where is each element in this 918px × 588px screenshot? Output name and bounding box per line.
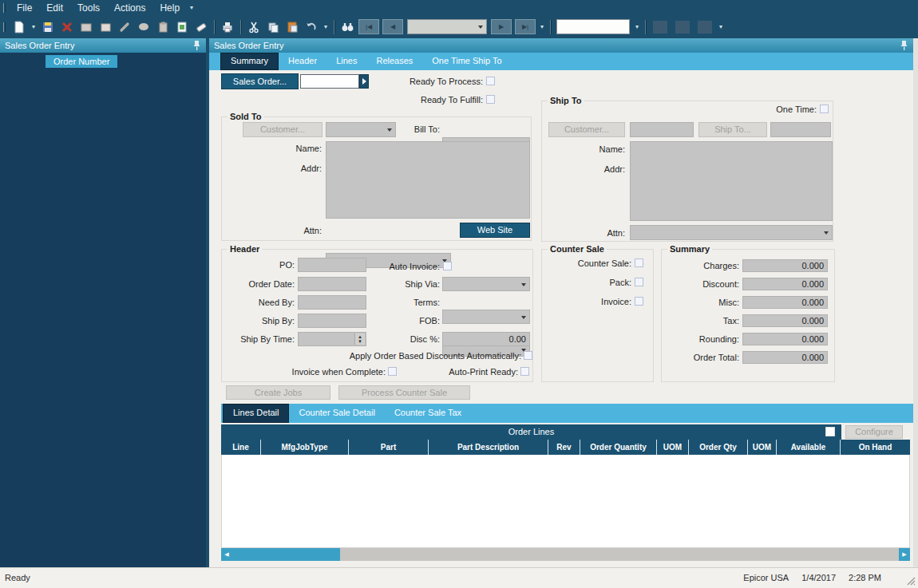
tab-counter-sale-tax[interactable]: Counter Sale Tax [385, 404, 471, 423]
search-group-chevron-icon[interactable]: ▾ [632, 23, 642, 30]
menu-help[interactable]: Help [152, 2, 187, 14]
disc-percent-input[interactable]: 0.00 [442, 332, 530, 346]
spinner-arrows-icon[interactable]: ▲▼ [354, 333, 365, 345]
grid-header-checkbox[interactable] [825, 427, 835, 436]
column-header-uom-1[interactable]: UOM [657, 440, 689, 455]
ready-to-fulfill-checkbox[interactable] [486, 95, 495, 104]
process-counter-sale-button[interactable]: Process Counter Sale [338, 385, 470, 400]
tree-item-order-number[interactable]: Order Number [46, 55, 117, 68]
delete-button[interactable] [57, 18, 77, 36]
sold-to-customer-button[interactable]: Customer... [243, 122, 322, 137]
tab-lines[interactable]: Lines [326, 53, 366, 70]
invoice-checkbox[interactable] [635, 297, 643, 306]
search-combobox[interactable] [556, 19, 630, 34]
grid-body[interactable] [221, 455, 910, 548]
auto-invoice-checkbox[interactable] [443, 262, 452, 270]
copy-button[interactable] [263, 18, 283, 36]
pin-icon[interactable] [900, 40, 908, 51]
menu-file[interactable]: File [10, 2, 39, 14]
comment-button[interactable] [134, 18, 153, 36]
clipboard-button[interactable] [153, 18, 172, 36]
column-header-order-qty[interactable]: Order Qty [689, 440, 748, 455]
scroll-left-arrow-icon[interactable]: ◀ [221, 548, 232, 561]
column-header-order-quantity[interactable]: Order Quantity [580, 440, 657, 455]
ship-by-time-spinner[interactable]: ▲▼ [298, 332, 366, 346]
ship-to-customer-button[interactable]: Customer... [548, 122, 625, 137]
tab-counter-sale-detail[interactable]: Counter Sale Detail [289, 404, 384, 423]
column-header-on-hand[interactable]: On Hand [841, 440, 910, 455]
menu-actions[interactable]: Actions [107, 2, 152, 14]
apply-discounts-checkbox[interactable] [524, 351, 532, 360]
ship-to-attn-dropdown[interactable] [630, 225, 833, 240]
configure-button[interactable]: Configure [845, 425, 903, 439]
ship-via-dropdown[interactable] [442, 277, 530, 291]
column-header-mfgjobtype[interactable]: MfgJobType [261, 440, 349, 455]
pin-icon[interactable] [192, 40, 201, 51]
nav-next-button[interactable]: ▶ [491, 19, 512, 34]
nav-first-button[interactable]: |◀ [358, 19, 379, 34]
charges-label: Charges: [663, 261, 739, 270]
tab-header[interactable]: Header [279, 53, 326, 70]
save-button[interactable] [38, 18, 57, 36]
sold-to-addr-label: Addr: [266, 164, 322, 173]
scroll-right-arrow-icon[interactable]: ▶ [899, 548, 910, 561]
column-header-rev[interactable]: Rev [548, 440, 580, 455]
eraser-button[interactable] [192, 18, 211, 36]
ready-to-process-checkbox[interactable] [486, 77, 495, 85]
column-header-part[interactable]: Part [349, 440, 429, 455]
ship-by-input[interactable] [298, 314, 366, 328]
status-time: 2:28 PM [849, 573, 881, 582]
auto-print-ready-checkbox[interactable] [520, 367, 529, 376]
web-site-button[interactable]: Web Site [460, 223, 530, 238]
toolbar-grip-handle[interactable] [3, 22, 6, 32]
menu-tools[interactable]: Tools [70, 2, 107, 14]
menu-overflow-chevron-icon[interactable]: ▾ [187, 4, 196, 11]
column-header-line[interactable]: Line [221, 440, 261, 455]
nav-previous-button[interactable]: ◀ [382, 19, 403, 34]
book-button[interactable] [77, 18, 96, 36]
tab-releases[interactable]: Releases [366, 53, 422, 70]
record-combobox[interactable] [407, 19, 487, 34]
nav-last-button[interactable]: ▶| [515, 19, 536, 34]
new-split-chevron-icon[interactable]: ▾ [29, 23, 38, 30]
column-header-part-description[interactable]: Part Description [429, 440, 548, 455]
image-button[interactable] [172, 18, 192, 36]
phone-button[interactable] [115, 18, 134, 36]
tab-summary[interactable]: Summary [220, 53, 279, 70]
find-button[interactable] [338, 18, 357, 36]
counter-sale-checkbox[interactable] [635, 258, 643, 267]
menu-grip-handle[interactable] [3, 3, 6, 13]
sold-to-customer-combobox[interactable] [326, 122, 396, 137]
menu-edit[interactable]: Edit [39, 2, 70, 14]
column-header-uom-2[interactable]: UOM [748, 440, 777, 455]
resize-grip-icon[interactable] [906, 576, 916, 586]
pack-checkbox[interactable] [635, 278, 643, 286]
sales-order-button[interactable]: Sales Order... [221, 73, 299, 89]
nav-group-chevron-icon[interactable]: ▾ [537, 23, 547, 30]
status-date: 1/4/2017 [801, 573, 836, 582]
form-button[interactable] [96, 18, 115, 36]
ship-to-id-field[interactable] [770, 122, 831, 137]
ship-to-customer-field[interactable] [630, 122, 694, 137]
grid-horizontal-scrollbar[interactable]: ◀ ▶ [221, 548, 910, 561]
undo-button[interactable] [302, 18, 321, 36]
one-time-checkbox[interactable] [820, 105, 829, 113]
need-by-input[interactable] [298, 295, 366, 310]
terms-dropdown[interactable] [442, 310, 530, 324]
column-header-available[interactable]: Available [777, 440, 841, 455]
tab-one-time-ship-to[interactable]: One Time Ship To [422, 53, 511, 70]
new-document-button[interactable] [10, 18, 29, 36]
print-button[interactable] [218, 18, 237, 36]
sales-order-input[interactable] [300, 74, 359, 89]
scrollbar-thumb[interactable] [232, 548, 340, 561]
extra-group-chevron-icon[interactable]: ▾ [716, 23, 726, 30]
paste-button[interactable] [283, 18, 302, 36]
ship-to-button[interactable]: Ship To... [698, 122, 767, 137]
cut-button[interactable] [244, 18, 263, 36]
clipboard-group-chevron-icon[interactable]: ▾ [321, 23, 330, 30]
create-jobs-button[interactable]: Create Jobs [226, 385, 330, 400]
invoice-when-complete-checkbox[interactable] [388, 367, 397, 376]
order-date-input[interactable] [298, 277, 366, 291]
one-time-label: One Time: [761, 105, 817, 114]
tab-lines-detail[interactable]: Lines Detail [223, 404, 289, 423]
